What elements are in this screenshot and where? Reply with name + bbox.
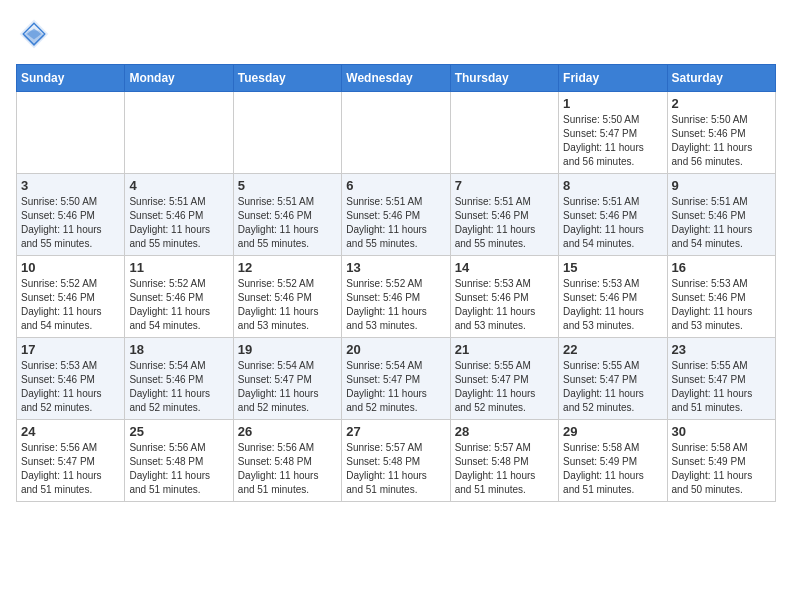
calendar-week-2: 3Sunrise: 5:50 AMSunset: 5:46 PMDaylight… xyxy=(17,174,776,256)
calendar-cell: 20Sunrise: 5:54 AMSunset: 5:47 PMDayligh… xyxy=(342,338,450,420)
day-number: 22 xyxy=(563,342,662,357)
day-info: Sunrise: 5:54 AMSunset: 5:47 PMDaylight:… xyxy=(238,359,337,415)
day-number: 20 xyxy=(346,342,445,357)
day-info: Sunrise: 5:53 AMSunset: 5:46 PMDaylight:… xyxy=(21,359,120,415)
calendar-cell: 15Sunrise: 5:53 AMSunset: 5:46 PMDayligh… xyxy=(559,256,667,338)
weekday-header-thursday: Thursday xyxy=(450,65,558,92)
calendar-week-4: 17Sunrise: 5:53 AMSunset: 5:46 PMDayligh… xyxy=(17,338,776,420)
calendar-cell: 9Sunrise: 5:51 AMSunset: 5:46 PMDaylight… xyxy=(667,174,775,256)
day-number: 24 xyxy=(21,424,120,439)
calendar-cell: 12Sunrise: 5:52 AMSunset: 5:46 PMDayligh… xyxy=(233,256,341,338)
day-number: 23 xyxy=(672,342,771,357)
calendar-cell: 28Sunrise: 5:57 AMSunset: 5:48 PMDayligh… xyxy=(450,420,558,502)
day-number: 4 xyxy=(129,178,228,193)
day-info: Sunrise: 5:52 AMSunset: 5:46 PMDaylight:… xyxy=(346,277,445,333)
calendar-header-row: SundayMondayTuesdayWednesdayThursdayFrid… xyxy=(17,65,776,92)
calendar-week-3: 10Sunrise: 5:52 AMSunset: 5:46 PMDayligh… xyxy=(17,256,776,338)
calendar-week-1: 1Sunrise: 5:50 AMSunset: 5:47 PMDaylight… xyxy=(17,92,776,174)
calendar-cell: 1Sunrise: 5:50 AMSunset: 5:47 PMDaylight… xyxy=(559,92,667,174)
calendar-cell: 18Sunrise: 5:54 AMSunset: 5:46 PMDayligh… xyxy=(125,338,233,420)
calendar-cell: 25Sunrise: 5:56 AMSunset: 5:48 PMDayligh… xyxy=(125,420,233,502)
day-number: 2 xyxy=(672,96,771,111)
day-number: 30 xyxy=(672,424,771,439)
calendar-cell: 7Sunrise: 5:51 AMSunset: 5:46 PMDaylight… xyxy=(450,174,558,256)
day-number: 7 xyxy=(455,178,554,193)
calendar-cell: 26Sunrise: 5:56 AMSunset: 5:48 PMDayligh… xyxy=(233,420,341,502)
weekday-header-tuesday: Tuesday xyxy=(233,65,341,92)
calendar-cell xyxy=(450,92,558,174)
calendar-cell: 11Sunrise: 5:52 AMSunset: 5:46 PMDayligh… xyxy=(125,256,233,338)
day-number: 17 xyxy=(21,342,120,357)
day-number: 1 xyxy=(563,96,662,111)
logo xyxy=(16,16,56,52)
day-number: 28 xyxy=(455,424,554,439)
page-header xyxy=(16,16,776,52)
weekday-header-monday: Monday xyxy=(125,65,233,92)
day-info: Sunrise: 5:51 AMSunset: 5:46 PMDaylight:… xyxy=(129,195,228,251)
weekday-header-saturday: Saturday xyxy=(667,65,775,92)
day-info: Sunrise: 5:51 AMSunset: 5:46 PMDaylight:… xyxy=(563,195,662,251)
day-number: 5 xyxy=(238,178,337,193)
day-info: Sunrise: 5:51 AMSunset: 5:46 PMDaylight:… xyxy=(455,195,554,251)
calendar-cell: 3Sunrise: 5:50 AMSunset: 5:46 PMDaylight… xyxy=(17,174,125,256)
calendar-cell: 2Sunrise: 5:50 AMSunset: 5:46 PMDaylight… xyxy=(667,92,775,174)
day-info: Sunrise: 5:58 AMSunset: 5:49 PMDaylight:… xyxy=(672,441,771,497)
day-number: 6 xyxy=(346,178,445,193)
day-number: 15 xyxy=(563,260,662,275)
calendar-week-5: 24Sunrise: 5:56 AMSunset: 5:47 PMDayligh… xyxy=(17,420,776,502)
calendar-cell: 24Sunrise: 5:56 AMSunset: 5:47 PMDayligh… xyxy=(17,420,125,502)
day-info: Sunrise: 5:52 AMSunset: 5:46 PMDaylight:… xyxy=(129,277,228,333)
calendar-cell: 5Sunrise: 5:51 AMSunset: 5:46 PMDaylight… xyxy=(233,174,341,256)
day-info: Sunrise: 5:50 AMSunset: 5:46 PMDaylight:… xyxy=(672,113,771,169)
day-info: Sunrise: 5:54 AMSunset: 5:46 PMDaylight:… xyxy=(129,359,228,415)
day-info: Sunrise: 5:58 AMSunset: 5:49 PMDaylight:… xyxy=(563,441,662,497)
day-info: Sunrise: 5:56 AMSunset: 5:48 PMDaylight:… xyxy=(129,441,228,497)
day-number: 11 xyxy=(129,260,228,275)
calendar-cell: 6Sunrise: 5:51 AMSunset: 5:46 PMDaylight… xyxy=(342,174,450,256)
calendar-cell: 10Sunrise: 5:52 AMSunset: 5:46 PMDayligh… xyxy=(17,256,125,338)
day-info: Sunrise: 5:54 AMSunset: 5:47 PMDaylight:… xyxy=(346,359,445,415)
day-number: 9 xyxy=(672,178,771,193)
day-info: Sunrise: 5:55 AMSunset: 5:47 PMDaylight:… xyxy=(563,359,662,415)
day-info: Sunrise: 5:55 AMSunset: 5:47 PMDaylight:… xyxy=(672,359,771,415)
day-info: Sunrise: 5:57 AMSunset: 5:48 PMDaylight:… xyxy=(346,441,445,497)
day-info: Sunrise: 5:57 AMSunset: 5:48 PMDaylight:… xyxy=(455,441,554,497)
day-number: 21 xyxy=(455,342,554,357)
day-info: Sunrise: 5:53 AMSunset: 5:46 PMDaylight:… xyxy=(455,277,554,333)
day-number: 3 xyxy=(21,178,120,193)
day-info: Sunrise: 5:52 AMSunset: 5:46 PMDaylight:… xyxy=(238,277,337,333)
day-number: 12 xyxy=(238,260,337,275)
calendar-cell: 13Sunrise: 5:52 AMSunset: 5:46 PMDayligh… xyxy=(342,256,450,338)
day-info: Sunrise: 5:56 AMSunset: 5:48 PMDaylight:… xyxy=(238,441,337,497)
day-number: 25 xyxy=(129,424,228,439)
day-info: Sunrise: 5:51 AMSunset: 5:46 PMDaylight:… xyxy=(238,195,337,251)
calendar-cell: 16Sunrise: 5:53 AMSunset: 5:46 PMDayligh… xyxy=(667,256,775,338)
calendar-cell: 27Sunrise: 5:57 AMSunset: 5:48 PMDayligh… xyxy=(342,420,450,502)
calendar-cell: 21Sunrise: 5:55 AMSunset: 5:47 PMDayligh… xyxy=(450,338,558,420)
day-number: 14 xyxy=(455,260,554,275)
calendar-cell: 23Sunrise: 5:55 AMSunset: 5:47 PMDayligh… xyxy=(667,338,775,420)
calendar-table: SundayMondayTuesdayWednesdayThursdayFrid… xyxy=(16,64,776,502)
day-info: Sunrise: 5:52 AMSunset: 5:46 PMDaylight:… xyxy=(21,277,120,333)
day-number: 29 xyxy=(563,424,662,439)
day-number: 16 xyxy=(672,260,771,275)
weekday-header-sunday: Sunday xyxy=(17,65,125,92)
svg-marker-3 xyxy=(23,30,45,46)
day-info: Sunrise: 5:50 AMSunset: 5:46 PMDaylight:… xyxy=(21,195,120,251)
calendar-cell xyxy=(125,92,233,174)
calendar-cell xyxy=(342,92,450,174)
calendar-cell: 30Sunrise: 5:58 AMSunset: 5:49 PMDayligh… xyxy=(667,420,775,502)
day-number: 8 xyxy=(563,178,662,193)
calendar-cell: 29Sunrise: 5:58 AMSunset: 5:49 PMDayligh… xyxy=(559,420,667,502)
calendar-cell: 14Sunrise: 5:53 AMSunset: 5:46 PMDayligh… xyxy=(450,256,558,338)
day-number: 26 xyxy=(238,424,337,439)
day-info: Sunrise: 5:56 AMSunset: 5:47 PMDaylight:… xyxy=(21,441,120,497)
logo-icon xyxy=(16,16,52,52)
day-number: 19 xyxy=(238,342,337,357)
day-number: 10 xyxy=(21,260,120,275)
calendar-cell: 4Sunrise: 5:51 AMSunset: 5:46 PMDaylight… xyxy=(125,174,233,256)
day-number: 27 xyxy=(346,424,445,439)
calendar-cell: 22Sunrise: 5:55 AMSunset: 5:47 PMDayligh… xyxy=(559,338,667,420)
weekday-header-friday: Friday xyxy=(559,65,667,92)
calendar-cell: 8Sunrise: 5:51 AMSunset: 5:46 PMDaylight… xyxy=(559,174,667,256)
